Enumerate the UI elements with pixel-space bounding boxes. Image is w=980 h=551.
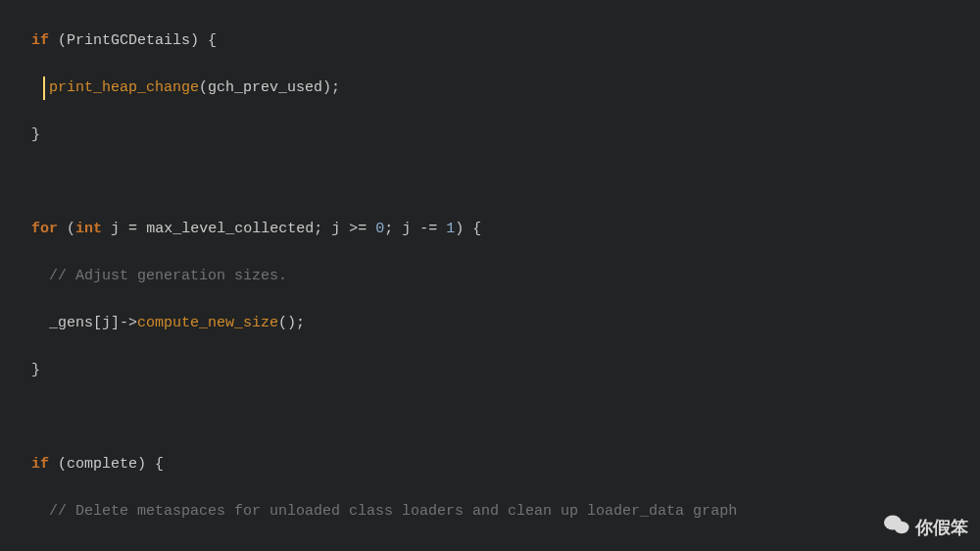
watermark-text: 你假笨: [915, 516, 968, 539]
code-line: if (complete) {: [0, 453, 980, 476]
blank-line: [0, 171, 980, 194]
svg-point-5: [903, 525, 905, 526]
code-line: ClassLoaderDataGraph::purge();: [0, 547, 980, 551]
keyword-for: for: [31, 221, 58, 237]
keyword-int: int: [75, 221, 102, 237]
code-line: print_heap_change(gch_prev_used);: [0, 76, 980, 100]
code-line: }: [0, 124, 980, 147]
code-line: _gens[j]->compute_new_size();: [0, 312, 980, 335]
comment: // Adjust generation sizes.: [49, 268, 287, 284]
svg-point-2: [889, 520, 892, 523]
keyword-if: if: [31, 32, 49, 49]
code-line: for (int j = max_level_collected; j >= 0…: [0, 218, 980, 241]
watermark: 你假笨: [884, 514, 968, 541]
svg-point-1: [895, 522, 909, 533]
fn-call: compute_new_size: [137, 315, 278, 331]
code-line: if (PrintGCDetails) {: [0, 29, 980, 53]
svg-point-3: [895, 520, 898, 523]
code-line: // Adjust generation sizes.: [0, 265, 980, 288]
fn-call: print_heap_change: [49, 79, 199, 96]
code-line: // Delete metaspaces for unloaded class …: [0, 500, 980, 524]
blank-line: [0, 406, 980, 429]
code-line: }: [0, 359, 980, 382]
keyword-if: if: [31, 456, 49, 473]
wechat-icon: [884, 514, 909, 541]
comment: // Delete metaspaces for unloaded class …: [49, 503, 737, 520]
svg-point-4: [898, 525, 900, 526]
code-editor: if (PrintGCDetails) { print_heap_change(…: [0, 0, 980, 551]
